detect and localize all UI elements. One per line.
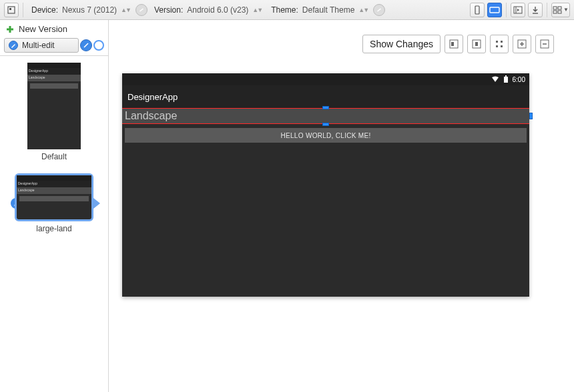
plus-frame-icon bbox=[517, 39, 527, 49]
svg-rect-32 bbox=[505, 75, 507, 77]
cancel-icon bbox=[138, 7, 145, 13]
svg-rect-6 bbox=[475, 6, 479, 14]
app-bar: DesignerApp bbox=[122, 85, 529, 108]
align-center-button[interactable] bbox=[467, 35, 486, 53]
separator bbox=[547, 3, 547, 17]
svg-rect-11 bbox=[553, 7, 557, 9]
thumbnail-landscape: DesignerApp Landscape bbox=[15, 173, 93, 221]
download-icon bbox=[531, 6, 539, 14]
pencil-icon bbox=[10, 42, 17, 49]
align-center-icon bbox=[472, 39, 481, 49]
svg-rect-24 bbox=[496, 45, 498, 47]
svg-rect-19 bbox=[451, 42, 454, 46]
new-version-label: New Version bbox=[19, 24, 67, 34]
svg-line-17 bbox=[84, 43, 88, 47]
resize-handle-right[interactable] bbox=[529, 113, 533, 119]
svg-rect-14 bbox=[558, 11, 561, 13]
remove-frame-button[interactable] bbox=[535, 35, 554, 53]
device-preview[interactable]: 6:00 DesignerApp Landscape HELLO WORLD, … bbox=[122, 73, 529, 297]
add-frame-button[interactable] bbox=[513, 35, 531, 53]
theme-value[interactable]: Default Theme bbox=[302, 5, 355, 15]
insets-icon bbox=[513, 6, 523, 14]
selected-textview[interactable]: Landscape bbox=[122, 108, 529, 124]
minus-frame-icon bbox=[540, 39, 549, 49]
multi-edit-button[interactable]: Multi-edit bbox=[4, 38, 79, 53]
svg-rect-31 bbox=[504, 77, 508, 83]
multi-edit-toggle-a[interactable] bbox=[80, 39, 92, 51]
chevron-updown-icon[interactable]: ▲▼ bbox=[252, 7, 262, 13]
variants-sidebar: New Version Multi-edit DesignerApp Lands… bbox=[0, 20, 109, 392]
battery-icon bbox=[503, 75, 509, 83]
expand-button[interactable] bbox=[490, 35, 509, 53]
version-value[interactable]: Android 6.0 (v23) bbox=[187, 5, 248, 15]
device-value[interactable]: Nexus 7 (2012) bbox=[62, 5, 117, 15]
hello-world-button[interactable]: HELLO WORLD, CLICK ME! bbox=[125, 128, 527, 143]
svg-rect-13 bbox=[553, 11, 557, 13]
design-canvas: Show Changes 6:00 D bbox=[109, 20, 574, 392]
expand-icon bbox=[495, 39, 504, 49]
svg-rect-22 bbox=[496, 41, 498, 43]
device-label: Device: bbox=[31, 5, 58, 15]
theme-reset-button[interactable] bbox=[373, 4, 385, 16]
plus-icon bbox=[5, 25, 15, 34]
orientation-text: Landscape bbox=[125, 110, 177, 122]
toggle-insets-button[interactable] bbox=[511, 3, 525, 17]
orientation-landscape-button[interactable] bbox=[487, 3, 502, 17]
overview-icon bbox=[7, 6, 15, 14]
status-time: 6:00 bbox=[513, 76, 525, 83]
svg-rect-21 bbox=[475, 42, 478, 46]
align-left-icon bbox=[449, 39, 459, 49]
version-label: Version: bbox=[154, 5, 183, 15]
resize-handle-top[interactable] bbox=[322, 106, 329, 109]
variant-large-land[interactable]: DesignerApp Landscape large-land bbox=[15, 173, 93, 233]
svg-rect-8 bbox=[514, 7, 522, 13]
active-arrow-icon bbox=[93, 198, 100, 209]
chevron-updown-icon[interactable]: ▲▼ bbox=[358, 7, 368, 13]
wifi-icon bbox=[491, 76, 499, 83]
variant-default[interactable]: DesignerApp Landscape Default bbox=[27, 63, 81, 161]
theme-label: Theme: bbox=[271, 5, 298, 15]
thumbnail-portrait: DesignerApp Landscape bbox=[27, 63, 81, 149]
svg-rect-12 bbox=[558, 7, 561, 9]
slash-icon bbox=[83, 42, 89, 49]
align-left-button[interactable] bbox=[445, 35, 463, 53]
svg-rect-1 bbox=[9, 8, 11, 10]
svg-rect-0 bbox=[8, 7, 15, 13]
chevron-updown-icon[interactable]: ▲▼ bbox=[121, 7, 130, 13]
landscape-icon bbox=[489, 6, 500, 14]
layout-grid-button[interactable]: ▼ bbox=[551, 3, 570, 17]
pencil-icon-wrap bbox=[9, 41, 18, 50]
portrait-icon bbox=[473, 5, 481, 15]
svg-rect-25 bbox=[501, 45, 503, 47]
variant-label: Default bbox=[41, 152, 67, 161]
multi-edit-label: Multi-edit bbox=[22, 41, 55, 50]
top-toolbar: Device: Nexus 7 (2012) ▲▼ Version: Andro… bbox=[0, 0, 574, 20]
cancel-icon bbox=[376, 7, 382, 13]
show-changes-button[interactable]: Show Changes bbox=[362, 35, 441, 53]
svg-rect-7 bbox=[490, 7, 499, 13]
variant-label: large-land bbox=[36, 224, 71, 233]
hello-world-label: HELLO WORLD, CLICK ME! bbox=[281, 132, 371, 139]
new-version-button[interactable]: New Version bbox=[0, 20, 108, 37]
orientation-portrait-button[interactable] bbox=[470, 3, 485, 17]
separator bbox=[23, 3, 23, 17]
grid-icon bbox=[553, 6, 562, 14]
app-title: DesignerApp bbox=[127, 92, 178, 102]
download-button[interactable] bbox=[528, 3, 543, 17]
overview-icon-button[interactable] bbox=[4, 3, 19, 17]
status-bar: 6:00 bbox=[122, 73, 529, 85]
device-reset-button[interactable] bbox=[135, 4, 148, 16]
chevron-down-icon: ▼ bbox=[563, 7, 569, 13]
multi-edit-toggle-b[interactable] bbox=[93, 40, 104, 51]
resize-handle-bottom[interactable] bbox=[322, 123, 329, 126]
separator bbox=[506, 3, 507, 17]
svg-rect-23 bbox=[501, 41, 503, 43]
